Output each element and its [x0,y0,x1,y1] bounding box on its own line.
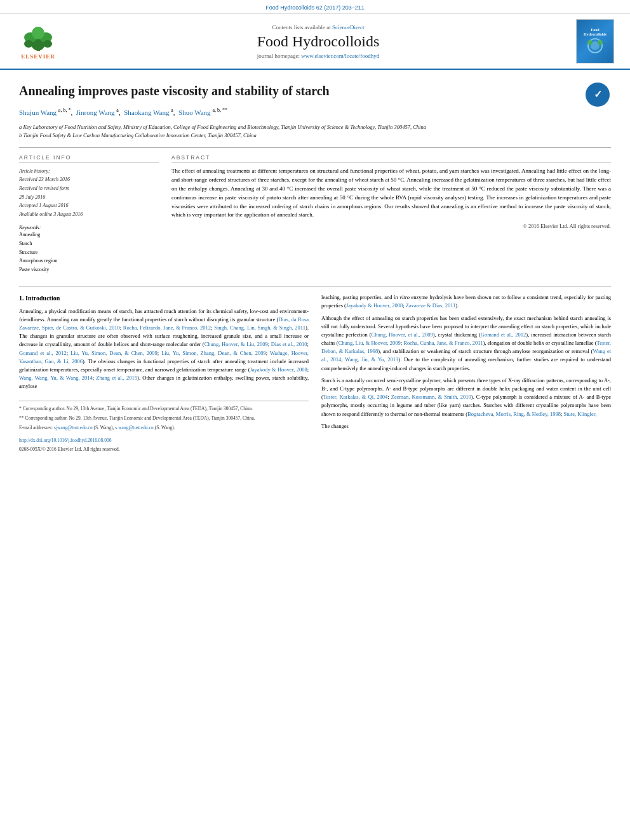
journal-reference: Food Hydrocolloids 62 (2017) 203–211 [265,4,365,11]
copyright-line: 0268-005X/© 2016 Elsevier Ltd. All right… [19,446,309,453]
author-shuo[interactable]: Shuo Wang [178,109,211,116]
info-abstract-section: ARTICLE INFO Article history: Received 2… [19,147,611,274]
ref-jayakody2008b[interactable]: Jayakody & Hoover, 2008 [346,302,403,309]
article-info-label: ARTICLE INFO [19,154,159,163]
svg-text:✓: ✓ [594,89,602,100]
keyword-paste: Paste viscosity [19,265,159,274]
contents-line: Contents lists available at ScienceDirec… [70,24,566,30]
footnotes: * Corresponding author. No 29, 13th Aven… [19,401,309,453]
svg-point-4 [32,27,44,39]
keywords-section: Keywords: Annealing Starch Structure Amo… [19,225,159,274]
journal-center: Contents lists available at ScienceDirec… [70,24,566,59]
section1-title: Introduction [25,295,60,302]
body-para1: Annealing, a physical modification means… [19,307,309,391]
crossmark-icon: ✓ [589,86,607,103]
svg-point-5 [24,40,33,48]
journal-title: Food Hydrocolloids [70,33,566,50]
article-info-column: ARTICLE INFO Article history: Received 2… [19,154,159,274]
homepage-url[interactable]: www.elsevier.com/locate/foodhyd [301,53,379,59]
affiliation-a: a Key Laboratory of Food Nutrition and S… [19,123,611,131]
footnote-star1: * Corresponding author. No 29, 13th Aven… [19,405,309,413]
email-link-swang[interactable]: s.wang@tust.edu.cn [115,425,153,430]
elsevier-tree-icon [21,23,56,52]
ref-gomand2012[interactable]: Gomand et al., 2012 [19,350,67,356]
keyword-structure: Structure [19,248,159,257]
body-para-right2: Although the effect of annealing on star… [321,314,611,373]
svg-point-9 [587,40,593,45]
cover-title: Food Hydrocolloids [584,28,607,37]
footnote-email: E-mail addresses: sjwang@tust.edu.cn (S.… [19,424,309,432]
author-shaokang[interactable]: Shaokang Wang [124,109,169,116]
section1-number: 1. [19,295,24,302]
body-col-right: leaching, pasting properties, and in vit… [321,293,611,453]
ref-zhang2015[interactable]: Zhang et al., 2015 [96,375,137,381]
sciencedirect-link[interactable]: ScienceDirect [332,24,364,30]
body-section: 1. Introduction Annealing, a physical mo… [19,293,611,453]
ref-gomand2012b[interactable]: Gomand et al., 2012 [481,331,526,338]
journal-reference-bar: Food Hydrocolloids 62 (2017) 203–211 [0,0,630,14]
journal-cover-box: Food Hydrocolloids [576,19,614,63]
elsevier-label: ELSEVIER [21,53,55,60]
ref-zavareze2011[interactable]: Zavareze & Dias, 2011 [406,302,456,309]
ref-jayakody2008[interactable]: Jayakody & Hoover, 2008 [250,366,307,373]
keywords-list: Annealing Starch Structure Amorphous reg… [19,230,159,274]
received-revised-date: 28 July 2016 [19,193,159,202]
crossmark-badge: ✓ [586,83,610,107]
ref-stute[interactable]: Stute, Klingler, [564,411,597,417]
keyword-annealing: Annealing [19,230,159,239]
accepted-date: Accepted 1 August 2016 [19,201,159,210]
svg-point-6 [43,40,52,48]
available-date: Available online 3 August 2016 [19,210,159,219]
history-label: Article history: [19,167,159,176]
body-para-right3: Starch is a naturally occurred semi-crys… [321,377,611,418]
ref-liu2009b[interactable]: Liu, Yu, Simon, Zhang, Dean, & Chen, 200… [161,350,266,356]
the-changes-text: The changes [321,423,349,429]
keyword-starch: Starch [19,239,159,248]
ref-rocha2011[interactable]: Rocha, Cunha, Jane, & Franco, 2011 [403,340,483,346]
svg-point-10 [598,40,603,45]
body-para-right1: leaching, pasting properties, and in vit… [321,293,611,310]
article-content: ✓ Annealing improves paste viscosity and… [0,70,630,472]
ref-wang2013[interactable]: Wang, Jin, & Yu, 2013 [345,356,398,363]
ref-tester2004[interactable]: Tester, Karkalas, & Qi, 2004 [323,394,387,400]
footnote-star2: ** Corresponding author. No 29, 13th Ave… [19,415,309,422]
received-revised-label: Received in revised form [19,184,159,193]
email-link-sjwang[interactable]: sjwang@tust.edu.cn [54,425,93,430]
ref-dias2010b[interactable]: Dias et al., 2010 [271,341,307,347]
keyword-amorphous: Amorphous region [19,257,159,265]
doi-link[interactable]: http://dx.doi.org/10.1016/j.foodhyd.2016… [19,437,112,443]
ref-wang2014[interactable]: Wang, Wang, Yu, & Wang, 2014 [19,375,93,381]
ref-bogracheva1998[interactable]: Bogracheva, Morris, Ring, & Hedley, 1998 [467,411,561,417]
ref-zeeman2010[interactable]: Zeeman, Kossmann, & Smith, 2010 [391,394,471,400]
author-shujun[interactable]: Shujun Wang [19,109,57,116]
affiliations: a Key Laboratory of Food Nutrition and S… [19,123,611,140]
cover-illustration [582,37,608,55]
ref-chung2009b[interactable]: Chung, Hoover, et al., 2009 [372,331,433,338]
body-col-left: 1. Introduction Annealing, a physical mo… [19,293,309,453]
article-title: Annealing improves paste viscosity and s… [19,83,611,99]
crossmark-badge-container: ✓ [586,83,611,108]
author-jinrong[interactable]: Jinrong Wang [76,109,115,116]
ref-liu2009a[interactable]: Liu, Yu, Simon, Dean, & Chen, 2009 [70,350,158,356]
journal-header: ELSEVIER Contents lists available at Sci… [0,14,630,70]
elsevier-logo: ELSEVIER [13,23,64,60]
affiliation-b: b Tianjin Food Safety & Low Carbon Manuf… [19,131,611,140]
journal-cover: Food Hydrocolloids [573,19,617,63]
abstract-column: ABSTRACT The effect of annealing treatme… [171,154,611,274]
abstract-label: ABSTRACT [171,154,611,163]
body-para-the-changes: The changes [321,422,611,430]
ref-rocha2012[interactable]: Rocha, Felizardo, Jane, & Franco, 2012 [123,324,211,331]
abstract-text: The effect of annealing treatments at di… [171,167,611,231]
journal-homepage: journal homepage: www.elsevier.com/locat… [70,53,566,59]
received-date: Received 23 March 2016 [19,175,159,184]
keywords-label: Keywords: [19,225,159,230]
article-history: Article history: Received 23 March 2016 … [19,167,159,219]
section1-heading: 1. Introduction [19,293,309,303]
ref-chung2009c[interactable]: Chung, Liu, & Hoover, 2009 [338,340,401,346]
ref-chung2009a[interactable]: Chung, Hoover, & Liu, 2009 [204,341,268,347]
authors-line: Shujun Wang a, b, *, Jinrong Wang a, Sha… [19,107,611,118]
abstract-copyright: © 2016 Elsevier Ltd. All rights reserved… [171,222,611,230]
doi-line: http://dx.doi.org/10.1016/j.foodhyd.2016… [19,437,309,444]
ref-singh2011[interactable]: Singh, Chang, Lin, Singh, & Singh, 2011 [214,324,305,331]
body-divider [19,286,611,287]
